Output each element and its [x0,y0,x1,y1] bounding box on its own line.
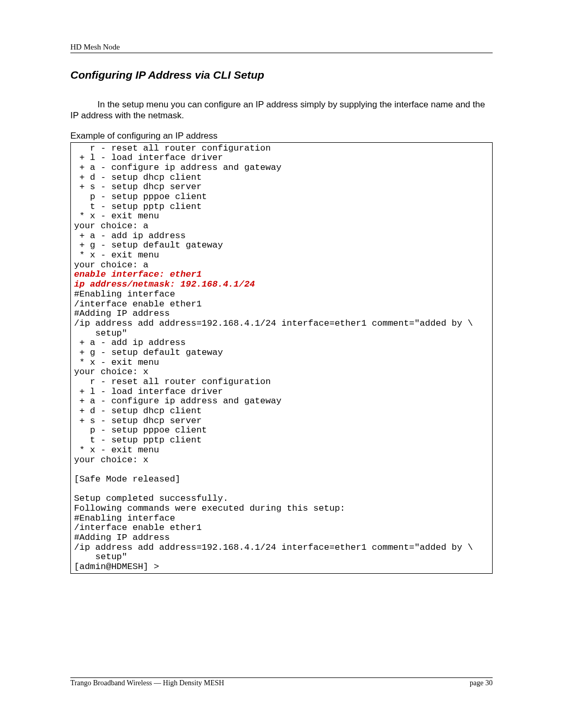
running-head: HD Mesh Node [70,43,493,53]
code-red-line-1: enable interface: ether1 [74,269,202,279]
page: HD Mesh Node Configuring IP Address via … [0,0,563,728]
footer: Trango Broadband Wireless — High Density… [70,677,493,687]
code-pre2: #Enabling interface /interface enable et… [74,289,473,572]
section-paragraph-text: In the setup menu you can configure an I… [70,100,485,120]
section-paragraph: In the setup menu you can configure an I… [70,99,493,121]
footer-right: page 30 [470,679,493,687]
code-red-line-2: ip address/netmask: 192.168.4.1/24 [74,279,255,289]
section-title: Configuring IP Address via CLI Setup [70,69,493,81]
example-label: Example of configuring an IP address [70,131,493,141]
footer-left: Trango Broadband Wireless — High Density… [70,679,224,687]
code-pre1: r - reset all router configuration + l -… [74,143,282,270]
code-block: r - reset all router configuration + l -… [70,142,493,574]
